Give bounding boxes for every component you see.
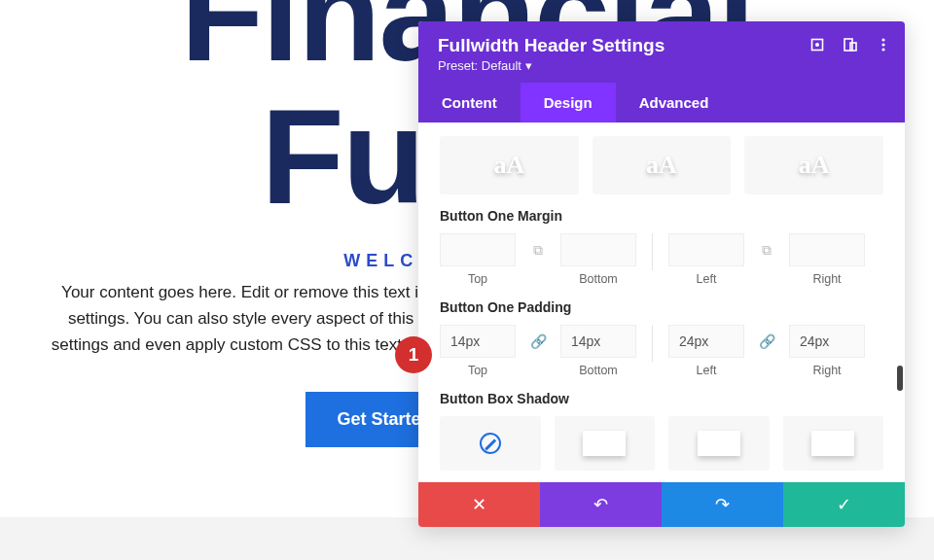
padding-bottom-input[interactable]: [560, 325, 636, 358]
padding-inputs: Top 🔗 Bottom Left 🔗 Right: [440, 325, 883, 377]
panel-header: Fullwidth Header Settings Preset: Defaul…: [418, 21, 905, 83]
panel-footer: ✕ ↶ ↷ ✓: [418, 482, 905, 527]
divider: [652, 325, 653, 362]
panel-body: aA aA aA Button One Margin Top ⧉ Bottom …: [418, 122, 905, 482]
text-shadow-presets: aA aA aA: [440, 136, 883, 194]
padding-top-input[interactable]: [440, 325, 516, 358]
margin-left-input[interactable]: [668, 233, 744, 266]
margin-label: Button One Margin: [440, 208, 883, 224]
undo-button[interactable]: ↶: [540, 482, 662, 527]
text-shadow-option[interactable]: aA: [440, 136, 579, 194]
padding-right-input[interactable]: [789, 325, 865, 358]
expand-icon[interactable]: [809, 37, 825, 52]
box-shadow-options: [440, 416, 883, 471]
padding-label: Button One Padding: [440, 299, 883, 315]
margin-inputs: Top ⧉ Bottom Left ⧉ Right: [440, 233, 883, 286]
more-icon[interactable]: [876, 37, 891, 52]
text-shadow-option[interactable]: aA: [593, 136, 732, 194]
svg-point-5: [881, 43, 884, 46]
panel-tabs: Content Design Advanced: [418, 83, 905, 122]
tab-content[interactable]: Content: [418, 83, 521, 122]
box-shadow-none[interactable]: [440, 416, 541, 471]
padding-left-input[interactable]: [668, 325, 744, 358]
panel-header-icons: [809, 37, 891, 52]
settings-panel: Fullwidth Header Settings Preset: Defaul…: [418, 21, 905, 527]
save-button[interactable]: ✓: [783, 482, 905, 527]
box-shadow-option[interactable]: [783, 416, 884, 471]
svg-point-6: [881, 48, 884, 51]
scrollbar[interactable]: [897, 366, 903, 391]
box-shadow-option[interactable]: [668, 416, 770, 471]
redo-button[interactable]: ↷: [662, 482, 783, 527]
svg-rect-3: [850, 43, 856, 51]
svg-point-4: [881, 38, 884, 41]
margin-right-input[interactable]: [789, 233, 865, 266]
box-shadow-option[interactable]: [555, 416, 656, 471]
box-shadow-label: Button Box Shadow: [440, 391, 883, 406]
link-icon[interactable]: 🔗: [525, 325, 551, 358]
tab-design[interactable]: Design: [521, 83, 616, 122]
link-icon[interactable]: ⧉: [754, 233, 779, 266]
tab-advanced[interactable]: Advanced: [616, 83, 733, 122]
link-icon[interactable]: ⧉: [525, 233, 551, 266]
svg-point-1: [816, 44, 818, 46]
responsive-icon[interactable]: [843, 37, 858, 52]
preset-dropdown[interactable]: Preset: Default ▾: [438, 58, 885, 73]
cancel-button[interactable]: ✕: [418, 482, 540, 527]
divider: [652, 233, 653, 270]
margin-top-input[interactable]: [440, 233, 516, 266]
none-icon: [480, 433, 501, 454]
text-shadow-option[interactable]: aA: [744, 136, 883, 194]
annotation-marker-1: 1: [395, 336, 432, 373]
link-icon[interactable]: 🔗: [754, 325, 779, 358]
margin-bottom-input[interactable]: [560, 233, 636, 266]
